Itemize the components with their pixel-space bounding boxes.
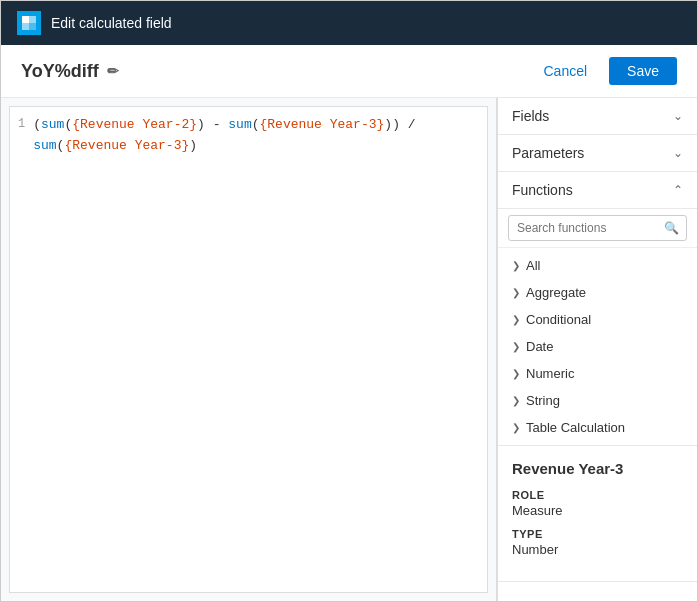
edit-field-name-icon[interactable]: ✏ — [107, 63, 119, 79]
functions-search-wrap: 🔍 — [508, 215, 687, 241]
func-chevron-string: ❯ — [512, 395, 520, 406]
app-icon — [17, 11, 41, 35]
field-name-text: YoY%diff — [21, 61, 99, 82]
fields-chevron-icon: ⌄ — [673, 109, 683, 123]
parameters-chevron-icon: ⌄ — [673, 146, 683, 160]
cancel-button[interactable]: Cancel — [531, 57, 599, 85]
field-name-display: YoY%diff ✏ — [21, 61, 119, 82]
func-chevron-conditional: ❯ — [512, 314, 520, 325]
formula-editor-panel: 1 (sum({Revenue Year-2}) - sum({Revenue … — [1, 98, 497, 601]
func-chevron-numeric: ❯ — [512, 368, 520, 379]
func-chevron-table-calculation: ❯ — [512, 422, 520, 433]
functions-search-box: 🔍 — [498, 209, 697, 248]
func-chevron-date: ❯ — [512, 341, 520, 352]
svg-rect-3 — [29, 23, 36, 30]
save-button[interactable]: Save — [609, 57, 677, 85]
func-chevron-aggregate: ❯ — [512, 287, 520, 298]
func-item-all[interactable]: ❯ All — [498, 252, 697, 279]
func-item-string[interactable]: ❯ String — [498, 387, 697, 414]
svg-rect-2 — [22, 23, 29, 30]
field-info-panel: Revenue Year-3 ROLE Measure TYPE Number — [498, 446, 697, 582]
func-label-all: All — [526, 258, 540, 273]
parameters-section-label: Parameters — [512, 145, 584, 161]
func-label-conditional: Conditional — [526, 312, 591, 327]
functions-section-label: Functions — [512, 182, 573, 198]
func-item-table-calculation[interactable]: ❯ Table Calculation — [498, 414, 697, 441]
svg-rect-1 — [29, 16, 36, 23]
func-chevron-all: ❯ — [512, 260, 520, 271]
role-value: Measure — [512, 503, 683, 518]
functions-search-input[interactable] — [508, 215, 687, 241]
formula-editor[interactable]: 1 (sum({Revenue Year-2}) - sum({Revenue … — [9, 106, 488, 593]
func-label-table-calculation: Table Calculation — [526, 420, 625, 435]
edit-calculated-field-dialog: Edit calculated field YoY%diff ✏ Cancel … — [0, 0, 698, 602]
type-value: Number — [512, 542, 683, 557]
dialog-header: Edit calculated field — [1, 1, 697, 45]
title-bar: YoY%diff ✏ Cancel Save — [1, 45, 697, 98]
func-item-date[interactable]: ❯ Date — [498, 333, 697, 360]
func-label-date: Date — [526, 339, 553, 354]
type-label: TYPE — [512, 528, 683, 540]
func-item-aggregate[interactable]: ❯ Aggregate — [498, 279, 697, 306]
parameters-section-header[interactable]: Parameters ⌄ — [498, 135, 697, 172]
svg-rect-0 — [22, 16, 29, 23]
functions-chevron-icon: ⌃ — [673, 183, 683, 197]
func-label-numeric: Numeric — [526, 366, 574, 381]
fields-section-header[interactable]: Fields ⌄ — [498, 98, 697, 135]
role-label: ROLE — [512, 489, 683, 501]
functions-list: ❯ All ❯ Aggregate ❯ Conditional ❯ Date — [498, 248, 697, 445]
search-icon: 🔍 — [664, 221, 679, 235]
code-line-1: 1 (sum({Revenue Year-2}) - sum({Revenue … — [18, 115, 479, 157]
functions-section: Functions ⌃ 🔍 ❯ All ❯ Agg — [498, 172, 697, 446]
func-item-numeric[interactable]: ❯ Numeric — [498, 360, 697, 387]
functions-section-header[interactable]: Functions ⌃ — [498, 172, 697, 209]
line-number-1: 1 — [18, 115, 25, 134]
dialog-title: Edit calculated field — [51, 15, 172, 31]
func-label-string: String — [526, 393, 560, 408]
title-actions: Cancel Save — [531, 57, 677, 85]
fields-section-label: Fields — [512, 108, 549, 124]
func-label-aggregate: Aggregate — [526, 285, 586, 300]
info-title: Revenue Year-3 — [512, 460, 683, 477]
right-panel: Fields ⌄ Parameters ⌄ Functions ⌃ 🔍 — [497, 98, 697, 601]
main-content: 1 (sum({Revenue Year-2}) - sum({Revenue … — [1, 98, 697, 601]
code-content: (sum({Revenue Year-2}) - sum({Revenue Ye… — [33, 115, 479, 157]
func-item-conditional[interactable]: ❯ Conditional — [498, 306, 697, 333]
